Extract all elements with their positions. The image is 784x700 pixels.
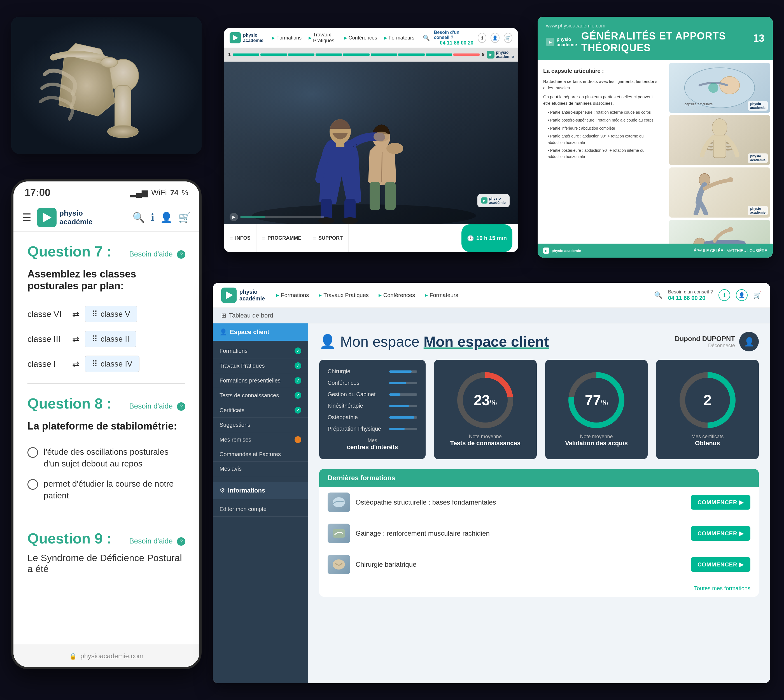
svg-rect-29	[714, 135, 726, 158]
sidebar-item-commandes[interactable]: Commandes et Factures	[213, 447, 308, 462]
sidebar-item-form-pres[interactable]: Formations présentielles ✓	[213, 373, 308, 388]
badge-remises: !	[295, 436, 301, 443]
progress-bar-video[interactable]	[240, 217, 324, 218]
radio-option-2[interactable]: permet d'étudier la course de notre pati…	[27, 478, 185, 502]
play-icon-overlay[interactable]: ▶	[230, 213, 238, 221]
user-btn[interactable]: 👤	[490, 33, 499, 43]
question7-help[interactable]: Besoin d'aide ?	[129, 250, 185, 259]
dash-nav-formateurs[interactable]: ▶ Formateurs	[425, 292, 458, 298]
nav-formations[interactable]: ▶ Formations	[272, 32, 302, 44]
sidebar-item-remises[interactable]: Mes remises !	[213, 432, 308, 447]
cart-btn[interactable]: 🛒	[504, 33, 512, 43]
infos-ctrl[interactable]: ≡ INFOS	[224, 224, 257, 252]
dot-9[interactable]	[453, 53, 480, 56]
textbook-para-1: On peut la séparer en plusieurs parties …	[543, 94, 661, 107]
phone-time: 17:00	[25, 187, 50, 198]
programme-ctrl[interactable]: ≡ PROGRAMME	[257, 224, 307, 252]
commencer-btn-3[interactable]: COMMENCER ▶	[691, 557, 751, 572]
textbook-bullet-5: • Partie postérieure : abduction 90° + r…	[548, 147, 661, 160]
textbook-bullet-1: • Partie antéro-supérieure : rotation ex…	[548, 109, 661, 115]
sidebar-item-formations[interactable]: Formations ✓	[213, 343, 308, 358]
hamburger-menu[interactable]: ☰	[22, 212, 32, 224]
sidebar-espace-client-header: 👤 Espace client	[213, 323, 308, 341]
dot-5[interactable]	[343, 53, 369, 56]
commencer-btn-1[interactable]: COMMENCER ▶	[691, 495, 751, 510]
welcome-title: Mon espace Mon espace client	[340, 333, 549, 350]
question8-help[interactable]: Besoin d'aide ?	[129, 402, 185, 411]
match-arrow-1: ⇄	[72, 309, 79, 319]
formation-thumb-2	[328, 523, 350, 543]
match-right-2[interactable]: ⠿ classe II	[85, 331, 136, 347]
svg-point-3	[101, 57, 118, 67]
dot-1[interactable]	[233, 53, 259, 56]
dot-4[interactable]	[315, 53, 342, 56]
textbook-footer: ▶ physio académie ÉPAULE GELÉE - MATTHIE…	[537, 243, 773, 258]
phone-navbar: ☰ physio académie 🔍 ℹ 👤 🛒	[13, 204, 199, 232]
stat-77-subtitle: Validation des acquis	[565, 440, 628, 447]
video-logo[interactable]: physio académie	[230, 32, 264, 43]
search-icon-phone[interactable]: 🔍	[132, 212, 145, 223]
dash-logo[interactable]: physio académie	[221, 288, 265, 303]
grid-icon-1: ⠿	[92, 309, 98, 318]
cart-icon-phone[interactable]: 🛒	[178, 212, 191, 223]
commencer-btn-2[interactable]: COMMENCER ▶	[691, 526, 751, 541]
dot-3[interactable]	[288, 53, 314, 56]
video-scene: ✦✦ ▶ physioacadémie ▶	[224, 62, 518, 224]
all-formations-link[interactable]: Toutes mes formations	[319, 580, 759, 597]
phone-logo-text: physio académie	[59, 209, 93, 226]
info-icon-phone[interactable]: ℹ	[151, 212, 155, 223]
info-circle-dash[interactable]: ℹ	[719, 289, 730, 301]
footer-logo: ▶ physio académie	[543, 248, 581, 254]
phone-logo[interactable]: physio académie	[37, 208, 93, 227]
dot-6[interactable]	[371, 53, 397, 56]
question9-help[interactable]: Besoin d'aide ?	[129, 537, 185, 546]
sidebar-item-certificats[interactable]: Certificats ✓	[213, 403, 308, 418]
search-icon-dash[interactable]: 🔍	[654, 291, 662, 299]
sidebar-item-tests[interactable]: Tests de connaissances ✓	[213, 388, 308, 403]
dash-nav-formations[interactable]: ▶ Formations	[276, 292, 309, 298]
sidebar-item-suggestions[interactable]: Suggestions	[213, 418, 308, 432]
duration-badge: 🕐 10 h 15 min	[462, 224, 512, 252]
cart-icon-dash[interactable]: 🛒	[753, 291, 762, 299]
match-row-2: classe III ⇄ ⠿ classe II	[27, 331, 185, 347]
info-btn[interactable]: ℹ	[478, 33, 486, 43]
dot-8[interactable]	[426, 53, 452, 56]
dot-2[interactable]	[260, 53, 287, 56]
client-icon: 👤	[220, 328, 227, 336]
user-icon-phone[interactable]: 👤	[160, 212, 173, 223]
dash-logo-icon	[221, 288, 237, 303]
video-main[interactable]: ✦✦ ▶ physioacadémie ▶	[224, 62, 518, 224]
match-right-1[interactable]: ⠿ classe V	[85, 306, 137, 322]
sidebar-item-travaux[interactable]: Travaux Pratiques ✓	[213, 358, 308, 373]
sidebar-item-avis[interactable]: Mes avis	[213, 462, 308, 476]
radio-option-1[interactable]: l'étude des oscillations posturales d'un…	[27, 446, 185, 470]
match-left-3: classe I	[27, 359, 67, 369]
sidebar-item-editer[interactable]: Editer mon compte	[213, 502, 308, 517]
dash-nav-links: ▶ Formations ▶ Travaux Pratiques ▶ Confé…	[276, 292, 458, 298]
last-form-header: Dernières formations	[319, 469, 759, 487]
support-ctrl[interactable]: ≡ SUPPORT	[307, 224, 349, 252]
question8-title: Question 8 :	[27, 395, 112, 412]
interests-card: Chirurgie Conférences Gest	[319, 360, 425, 459]
user-info-container: Dupond DUPOPNT Déconnecté 👤	[675, 332, 759, 352]
circle-77-outer: 77%	[569, 372, 624, 428]
svg-rect-21	[370, 182, 380, 210]
phone-content: Question 7 : Besoin d'aide ? Assemblez l…	[13, 232, 199, 667]
dot-7[interactable]	[398, 53, 424, 56]
badge-certificats: ✓	[295, 407, 301, 413]
user-circle-dash[interactable]: 👤	[736, 289, 747, 301]
dash-nav-conferences[interactable]: ▶ Conférences	[379, 292, 415, 298]
dash-nav-travaux[interactable]: ▶ Travaux Pratiques	[319, 292, 369, 298]
formation-title-2: Gainage : renforcement musculaire rachid…	[355, 530, 685, 537]
phone-status-icons: ▂▄▆ WiFi 74%	[130, 188, 188, 197]
textbook-image-2: physioacadémie	[669, 115, 770, 165]
video-navbar: physio académie ▶ Formations ▶ Travaux P…	[224, 28, 518, 48]
nav-formateurs[interactable]: ▶ Formateurs	[384, 32, 414, 44]
dash-travaux-triangle: ▶	[319, 293, 322, 297]
nav-conferences[interactable]: ▶ Conférences	[344, 32, 377, 44]
nav-travaux[interactable]: ▶ Travaux Pratiques	[309, 32, 337, 44]
search-icon-video[interactable]: 🔍	[423, 35, 430, 41]
textbook-body: La capsule articulaire : Rattachée à cer…	[537, 60, 773, 258]
match-right-3[interactable]: ⠿ classe IV	[85, 356, 139, 372]
circle-23-inner: 23%	[463, 378, 508, 423]
